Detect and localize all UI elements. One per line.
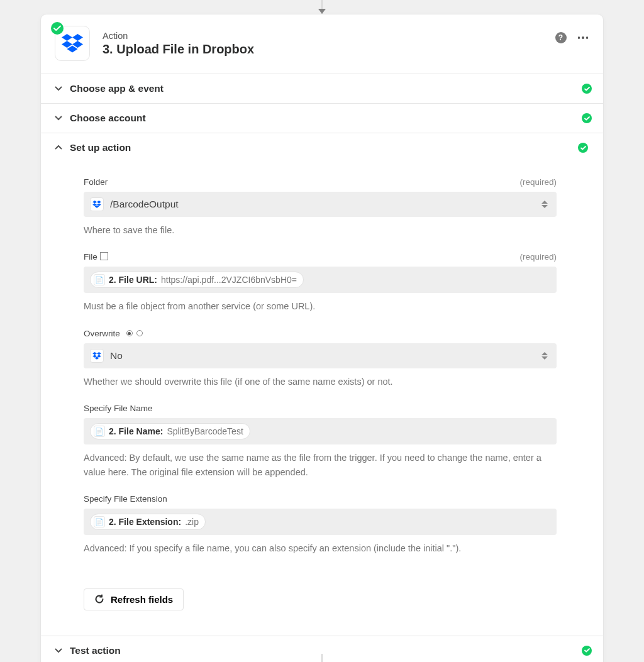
status-complete-badge bbox=[51, 22, 64, 35]
dropbox-icon bbox=[62, 34, 83, 53]
folder-value: /BarcodeOutput bbox=[110, 199, 179, 210]
section-setup-action: Set up action Folder (required) /Barcode… bbox=[41, 133, 603, 636]
dropbox-icon bbox=[90, 349, 104, 363]
card-header: Action 3. Upload File in Dropbox ? bbox=[41, 14, 603, 74]
required-tag: (required) bbox=[519, 177, 557, 187]
section-title: Set up action bbox=[70, 142, 131, 153]
mapped-value-pill[interactable]: 📄 2. File URL: https://api.pdf...2VJZCI6… bbox=[90, 272, 304, 288]
help-icon[interactable]: ? bbox=[555, 32, 567, 43]
pill-label: 2. File URL: bbox=[109, 275, 157, 285]
chevron-down-icon bbox=[52, 648, 65, 653]
status-check-icon bbox=[582, 113, 592, 123]
status-check-icon bbox=[578, 143, 588, 153]
chevron-down-icon bbox=[52, 86, 65, 91]
pdfco-icon: 📄 bbox=[94, 426, 105, 437]
section-title: Choose account bbox=[70, 113, 146, 124]
copy-icon bbox=[101, 253, 108, 260]
field-label-text: Overwrite bbox=[84, 329, 120, 338]
field-hint: Where to save the file. bbox=[84, 223, 557, 237]
chevron-down-icon bbox=[52, 116, 65, 121]
action-step-card: Action 3. Upload File in Dropbox ? Choos… bbox=[40, 14, 604, 662]
field-label-text: File bbox=[84, 252, 97, 262]
section-title: Choose app & event bbox=[70, 83, 164, 94]
mapped-value-pill[interactable]: 📄 2. File Name: SplitByBarcodeTest bbox=[90, 423, 250, 439]
filename-input[interactable]: 📄 2. File Name: SplitByBarcodeTest bbox=[84, 418, 557, 444]
refresh-fields-button[interactable]: Refresh fields bbox=[84, 588, 184, 610]
sort-caret-icon bbox=[541, 352, 548, 360]
pill-value: SplitByBarcodeTest bbox=[167, 426, 243, 436]
dropbox-icon bbox=[90, 197, 104, 211]
check-icon bbox=[53, 25, 61, 31]
field-hint: Advanced: If you specify a file name, yo… bbox=[84, 541, 557, 555]
app-icon bbox=[55, 26, 90, 61]
pdfco-icon: 📄 bbox=[94, 274, 105, 285]
sort-caret-icon bbox=[541, 201, 548, 208]
pill-value: https://api.pdf...2VJZCI6bnVsbH0= bbox=[161, 275, 297, 285]
extension-input[interactable]: 📄 2. File Extension: .zip bbox=[84, 509, 557, 535]
field-file: File (required) 📄 2. File URL: https://a… bbox=[84, 252, 557, 313]
field-folder: Folder (required) /BarcodeOutput Where t… bbox=[84, 177, 557, 237]
field-overwrite: Overwrite No Whether we should overwrite… bbox=[84, 329, 557, 389]
radio-option[interactable] bbox=[136, 330, 143, 336]
pill-label: 2. File Name: bbox=[109, 426, 163, 436]
header-kicker: Action bbox=[103, 31, 254, 41]
status-check-icon bbox=[582, 646, 592, 656]
refresh-icon bbox=[94, 594, 104, 604]
radio-option[interactable] bbox=[126, 330, 133, 336]
field-filename: Specify File Name 📄 2. File Name: SplitB… bbox=[84, 404, 557, 479]
field-label: File bbox=[84, 252, 108, 262]
chevron-up-icon[interactable] bbox=[52, 145, 65, 150]
field-label: Specify File Name bbox=[84, 404, 153, 413]
pdfco-icon: 📄 bbox=[94, 516, 105, 527]
field-hint: Advanced: By default, we use the same na… bbox=[84, 451, 557, 479]
boolean-radio-group[interactable] bbox=[126, 330, 143, 336]
field-label: Folder bbox=[84, 177, 108, 187]
overwrite-select[interactable]: No bbox=[84, 343, 557, 368]
field-label: Specify File Extension bbox=[84, 494, 167, 504]
pill-label: 2. File Extension: bbox=[109, 517, 181, 527]
status-check-icon bbox=[582, 84, 592, 94]
file-input[interactable]: 📄 2. File URL: https://api.pdf...2VJZCI6… bbox=[84, 267, 557, 293]
overwrite-value: No bbox=[110, 350, 123, 361]
header-title: 3. Upload File in Dropbox bbox=[103, 42, 254, 57]
required-tag: (required) bbox=[519, 252, 557, 262]
pill-value: .zip bbox=[185, 517, 199, 527]
field-hint: Must be a file object from another servi… bbox=[84, 299, 557, 313]
more-menu-button[interactable] bbox=[578, 36, 589, 39]
field-hint: Whether we should overwrite this file (i… bbox=[84, 375, 557, 389]
section-choose-account[interactable]: Choose account bbox=[41, 103, 603, 133]
field-label: Overwrite bbox=[84, 329, 143, 338]
section-choose-app[interactable]: Choose app & event bbox=[41, 74, 603, 103]
arrow-down-icon bbox=[318, 9, 326, 14]
flow-connector-bottom bbox=[321, 654, 323, 662]
section-title: Test action bbox=[70, 645, 121, 656]
refresh-label: Refresh fields bbox=[111, 594, 173, 605]
mapped-value-pill[interactable]: 📄 2. File Extension: .zip bbox=[90, 514, 206, 530]
folder-select[interactable]: /BarcodeOutput bbox=[84, 192, 557, 217]
field-extension: Specify File Extension 📄 2. File Extensi… bbox=[84, 494, 557, 555]
